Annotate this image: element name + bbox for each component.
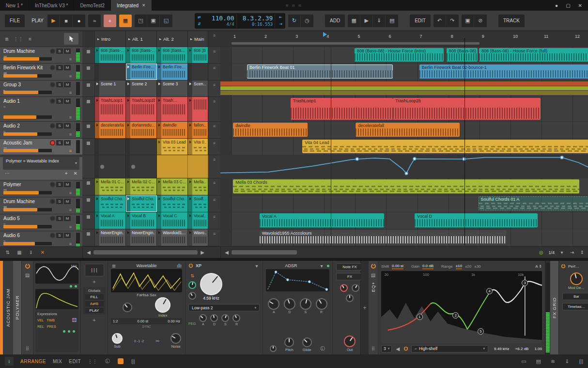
noise-knob[interactable] [170,333,181,344]
file-button[interactable]: FILE [5,15,25,27]
fill-toggle[interactable]: FILL [85,294,104,300]
clip-launch-button[interactable] [126,178,130,195]
clip-slot[interactable]: Scen… [188,80,208,96]
clip-launch-button[interactable] [157,139,161,155]
clip-stop-cell[interactable] [82,178,95,195]
chevron-down-icon[interactable]: ▾ [254,263,260,269]
clip-slot[interactable]: TrashLoop2b [126,97,157,121]
prev-band-icon[interactable]: ◀ [395,346,401,352]
sync-label[interactable]: SYNC [142,325,151,328]
duplicate-icon[interactable]: ▣ [462,15,474,27]
band-q[interactable]: 1.00 [534,347,542,351]
clip-stop-cell[interactable] [82,97,95,121]
solo-button[interactable]: S [56,65,63,70]
row-menu-icon[interactable]: ≡ [208,212,220,229]
filter-route-icon[interactable]: ⇅ [189,273,195,278]
legato-icon[interactable]: Ⓛ [320,345,325,352]
record-arm-button[interactable] [50,199,55,204]
clip-launch-button[interactable] [95,47,99,63]
clip-slot[interactable]: 808 (Bass… [157,47,188,63]
clip-launch-button[interactable] [188,212,192,229]
clip-slot[interactable] [188,97,208,121]
solo-button[interactable]: S [56,48,63,54]
fill-mode-icon[interactable]: ▦ [119,15,132,27]
record-arm-button[interactable] [50,48,55,54]
scene-menu-icon[interactable]: ≡ [208,31,220,47]
solo-button[interactable]: S [56,98,63,104]
track-menu-icon[interactable]: ≡ [69,224,72,229]
eq-power-button[interactable] [371,264,376,269]
glide-knob[interactable] [302,337,312,347]
clip-slot[interactable]: Soulful Cho… [157,195,188,212]
close-icon[interactable]: ✕ [74,171,77,176]
row-menu-icon[interactable]: ≡ [208,155,220,178]
arranger-scrollbar[interactable] [232,250,297,255]
clip-slot[interactable]: Vita 03 Lead [157,139,188,155]
ab-compare-icon[interactable]: A ⇕ [535,264,542,269]
zoom-fit-icon[interactable]: ⇥ [569,250,575,255]
punch-in-icon[interactable]: ⇤ [279,15,282,19]
clip-slot[interactable]: Soulful Cho… [126,195,157,212]
clip-stop-cell[interactable] [82,195,95,212]
note-fx-tab[interactable]: Note FX [336,263,363,271]
clip-slot[interactable]: Vocal C [157,212,188,229]
filter-title[interactable]: XP [196,263,251,268]
solo-button[interactable]: S [56,182,63,187]
clip-launch-button[interactable] [126,195,130,212]
song-position[interactable]: 8.3.2.39 [243,15,273,22]
view-button-arrange[interactable]: ARRANGE [20,359,46,364]
preview-icon[interactable]: ▶ [360,15,373,27]
scroll-left-icon[interactable]: ◀ [224,250,230,255]
empty-clip-slot[interactable] [126,139,157,155]
clip-slot[interactable]: 808 (B… [188,47,208,63]
track-menu-icon[interactable]: ≡ [69,132,72,137]
arranger-clip[interactable]: TrashLoop2b [393,98,540,120]
tempo-swap-icon[interactable]: ⇄ [198,15,201,19]
clip-slot[interactable]: Mella 01 C… [95,178,126,195]
mod-envelope-display[interactable] [35,289,78,309]
eq-band-handle[interactable]: 5 [478,328,484,335]
project-notes-icon[interactable]: ▤ [536,358,541,365]
track-row[interactable]: Audio 1≈SM≡ [0,97,82,122]
arranger-clip[interactable]: 808 (Bass-08) [447,48,478,62]
track-menu-icon[interactable]: ≡ [69,241,72,246]
device-track-strip[interactable]: ACOUSTIC JAM [0,261,13,354]
scene-header[interactable]: ▸Intro [95,31,126,47]
link-icon[interactable]: Ⓛ [105,358,110,365]
view-button-edit[interactable]: EDIT [69,359,81,364]
clip-slot[interactable]: Scene 3 [157,80,188,96]
clip-launch-button[interactable] [188,178,192,195]
clip-slot[interactable]: Vocal B [126,212,157,229]
clip-launch-button[interactable] [188,195,192,212]
track-menu-icon[interactable]: ≡ [69,208,72,212]
steps-modulator[interactable]: | | | [85,264,104,276]
arranger-clip[interactable]: 808 (Bass-08) - House Force (full) [479,48,588,62]
clip-launch-button[interactable] [126,212,130,229]
bar-length-select[interactable]: Bar [562,293,588,300]
arranger-clip[interactable]: Berlin Firework Beat 01 [247,64,393,79]
empty-clip-slot[interactable] [95,139,126,155]
clip-slot[interactable]: Mella… [188,178,208,195]
session-indicator-icon[interactable]: ● [555,3,558,8]
arranger-timeline-header[interactable]: 123456789101112 [220,31,588,47]
clip-slot[interactable]: Mella 02 C… [126,178,157,195]
view-button-mix[interactable]: MIX [53,359,62,364]
row-menu-icon[interactable]: ≡ [208,122,220,138]
project-tab[interactable]: New 1 * [0,0,29,11]
scene-header[interactable]: ▸Alt. 1 [126,31,157,47]
edit-button[interactable]: EDIT [410,15,431,27]
clip-slot[interactable]: Soulf… [188,195,208,212]
play-toggle[interactable]: PLAY [85,308,104,313]
clip-launch-button[interactable] [157,64,161,80]
cutoff-knob[interactable] [200,273,222,295]
solo-button[interactable]: S [56,140,63,145]
clip-slot[interactable]: Berlin Fire… [157,64,188,80]
track-menu-icon[interactable]: ≡ [69,115,72,120]
record-arm-button[interactable] [50,123,55,128]
track-menu-icon[interactable]: ≡ [69,57,72,62]
row-menu-icon[interactable]: ≡ [208,178,220,195]
wavetable-title[interactable]: Wavetable [119,263,174,268]
clip-stop-cell[interactable] [82,155,95,178]
project-tab[interactable]: InTheDark V3 * [29,0,74,11]
undo-icon[interactable]: ↶ [433,15,446,27]
